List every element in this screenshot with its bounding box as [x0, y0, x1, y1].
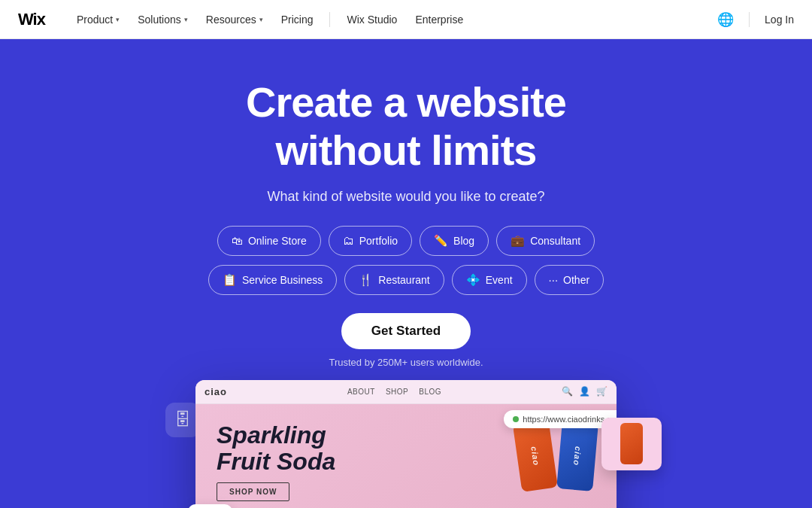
- database-icon: 🗄: [174, 410, 191, 430]
- nav-item-pricing[interactable]: Pricing: [274, 9, 321, 30]
- nav-right: 🌐 Log In: [717, 11, 794, 28]
- nav-item-wix-studio[interactable]: Wix Studio: [339, 9, 404, 30]
- hero-subtitle: What kind of website would you like to c…: [267, 189, 544, 205]
- site-logo[interactable]: Wix: [18, 10, 45, 29]
- can-label-blue: ciao: [572, 446, 583, 466]
- globe-icon[interactable]: 🌐: [717, 11, 734, 28]
- nav-item-resources[interactable]: Resources ▾: [198, 9, 271, 30]
- bottom-card: Sales: [188, 504, 232, 508]
- shop-now-button[interactable]: SHOP NOW: [217, 482, 289, 501]
- browser-text: Sparkling Fruit Soda SHOP NOW: [217, 422, 517, 501]
- portfolio-icon: 🗂: [343, 234, 354, 247]
- product-cans: ciao ciao: [517, 422, 595, 490]
- nav-divider: [329, 12, 330, 27]
- category-event[interactable]: 💠 Event: [452, 265, 527, 295]
- nav-item-enterprise[interactable]: Enterprise: [408, 9, 471, 30]
- login-link[interactable]: Log In: [765, 14, 794, 26]
- user-icon: 👤: [579, 386, 590, 397]
- category-online-store[interactable]: 🛍 Online Store: [217, 226, 321, 256]
- right-panel: [601, 418, 662, 470]
- can-blue: ciao: [556, 421, 598, 491]
- consultant-icon: 💼: [511, 234, 525, 248]
- cart-icon: 🛒: [596, 386, 607, 397]
- store-icon: 🛍: [232, 234, 243, 247]
- browser-nav: ABOUT SHOP BLOG: [347, 388, 441, 396]
- secure-dot: [513, 416, 519, 422]
- browser-icons: 🔍 👤 🛒: [562, 386, 607, 397]
- chevron-down-icon: ▾: [259, 16, 263, 23]
- category-restaurant[interactable]: 🍴 Restaurant: [344, 265, 444, 295]
- nav-divider-right: [749, 12, 750, 27]
- nav-item-product[interactable]: Product ▾: [69, 9, 127, 30]
- category-section: 🛍 Online Store 🗂 Portfolio ✏️ Blog 💼 Con…: [208, 226, 604, 295]
- hero-section: Create a website without limits What kin…: [0, 39, 812, 508]
- nav-item-solutions[interactable]: Solutions ▾: [130, 9, 195, 30]
- chevron-down-icon: ▾: [116, 16, 120, 23]
- category-consultant[interactable]: 💼 Consultant: [496, 226, 595, 256]
- get-started-button[interactable]: Get Started: [341, 313, 471, 349]
- hero-title: Create a website without limits: [246, 78, 566, 175]
- category-portfolio[interactable]: 🗂 Portfolio: [329, 226, 412, 256]
- browser-heading: Sparkling Fruit Soda: [217, 422, 517, 475]
- category-service-business[interactable]: 📋 Service Business: [208, 265, 337, 295]
- blog-icon: ✏️: [434, 234, 448, 248]
- other-icon: ···: [549, 273, 559, 286]
- service-icon: 📋: [223, 273, 237, 287]
- preview-wrapper: 🗄 ciao ABOUT SHOP BLOG 🔍 👤 🛒: [173, 380, 639, 508]
- search-icon: 🔍: [562, 386, 573, 397]
- nav-items: Product ▾ Solutions ▾ Resources ▾ Pricin…: [69, 9, 717, 30]
- browser-bar: ciao ABOUT SHOP BLOG 🔍 👤 🛒: [195, 380, 617, 404]
- category-row-1: 🛍 Online Store 🗂 Portfolio ✏️ Blog 💼 Con…: [217, 226, 595, 256]
- category-blog[interactable]: ✏️ Blog: [420, 226, 489, 256]
- restaurant-icon: 🍴: [359, 273, 373, 287]
- event-icon: 💠: [466, 273, 480, 287]
- category-other[interactable]: ··· Other: [535, 265, 604, 295]
- chevron-down-icon: ▾: [184, 16, 188, 23]
- navbar: Wix Product ▾ Solutions ▾ Resources ▾ Pr…: [0, 0, 812, 39]
- can-label-orange: ciao: [529, 446, 541, 466]
- category-row-2: 📋 Service Business 🍴 Restaurant 💠 Event …: [208, 265, 604, 295]
- can-orange: ciao: [513, 420, 558, 492]
- url-badge: https://www.ciaodrinks.com: [504, 410, 617, 428]
- trusted-text: Trusted by 250M+ users worldwide.: [329, 357, 483, 368]
- right-can: [620, 423, 643, 464]
- preview-browser: ciao ABOUT SHOP BLOG 🔍 👤 🛒 Sparkling Fru…: [195, 380, 617, 508]
- preview-logo: ciao: [205, 386, 227, 397]
